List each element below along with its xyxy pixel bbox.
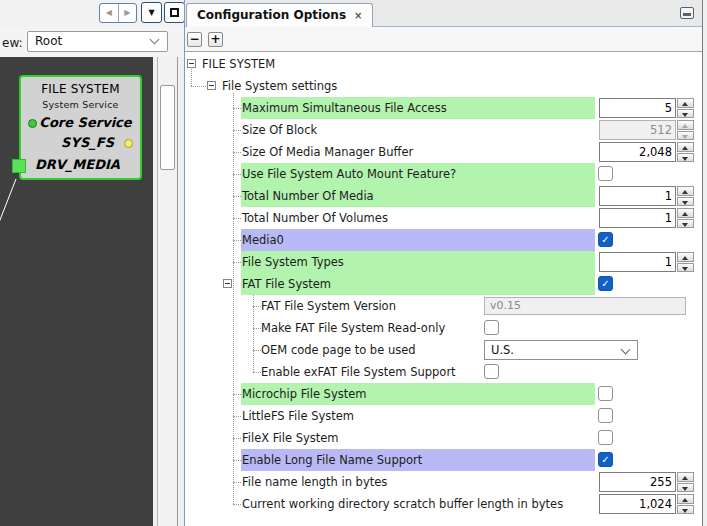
tree-row-label: Make FAT File System Read-only	[261, 317, 445, 339]
tree-row: LittleFS File System	[185, 405, 702, 427]
spinner-down-button[interactable]	[677, 263, 694, 273]
spinner-down-button[interactable]	[677, 153, 694, 163]
select-dropdown[interactable]: U.S.	[484, 340, 638, 360]
tab-configuration-options[interactable]: Configuration Options×	[186, 3, 373, 27]
tree-connector-line	[233, 460, 241, 461]
spinner-down-button[interactable]	[677, 219, 694, 229]
spinner-control: 255	[599, 472, 694, 492]
spinner-up-button[interactable]	[677, 120, 694, 130]
view-dropdown[interactable]: Root	[27, 31, 168, 52]
tree-row: Media0✓	[185, 229, 702, 251]
spinner-down-button[interactable]	[677, 483, 694, 493]
checkbox[interactable]	[484, 320, 499, 335]
sys-fs-port-icon[interactable]	[124, 139, 133, 148]
scrollbar-thumb[interactable]	[160, 85, 175, 170]
checkbox[interactable]: ✓	[598, 452, 613, 467]
tree-row-label: Enable exFAT File System Support	[261, 361, 456, 383]
spinner-control: 5	[599, 98, 694, 118]
spinner-up-button[interactable]	[677, 186, 694, 196]
spinner-input[interactable]: 512	[599, 120, 676, 140]
spinner-input[interactable]: 255	[599, 472, 676, 492]
spinner-up-button[interactable]	[677, 142, 694, 152]
spinner-buttons	[677, 98, 694, 118]
forward-arrow-icon[interactable]: ▶	[118, 4, 137, 22]
spinner-up-button[interactable]	[677, 98, 694, 108]
spinner-buttons	[677, 120, 694, 140]
checkbox[interactable]	[598, 386, 613, 401]
row-highlight	[241, 229, 595, 251]
spinner-down-button[interactable]	[677, 505, 694, 515]
spinner-up-button[interactable]	[677, 252, 694, 262]
minimize-window-group-icon[interactable]	[680, 7, 694, 19]
collapse-all-button[interactable]: −	[187, 32, 202, 47]
spinner-input[interactable]: 1,024	[599, 494, 676, 514]
spinner-buttons	[677, 494, 694, 514]
tree-expander-icon[interactable]	[187, 59, 196, 68]
tree-row-label: FAT File System	[242, 273, 331, 295]
tree-connector-line	[253, 328, 261, 329]
view-label: ew:	[2, 36, 23, 50]
spinner-input[interactable]: 1	[599, 186, 676, 206]
drv-media-label: DRV_MEDIA	[35, 157, 120, 172]
tree-row: Total Number Of Media1	[185, 185, 702, 207]
spinner-down-button[interactable]	[677, 197, 694, 207]
checkbox[interactable]	[598, 166, 613, 181]
spinner-down-button[interactable]	[677, 131, 694, 141]
history-nav-buttons[interactable]: ◀ ▶	[99, 3, 137, 23]
checkbox[interactable]	[598, 430, 613, 445]
tree-row-label: LittleFS File System	[242, 405, 354, 427]
node-title: FILE SYSTEM	[21, 82, 140, 96]
configuration-options-panel: Configuration Options× − + FILE SYSTEMFi…	[184, 0, 703, 526]
tree-row: FAT File System✓	[185, 273, 702, 295]
checkbox[interactable]	[484, 364, 499, 379]
tree-connector-line	[253, 372, 261, 373]
tree-row: Size Of Block512	[185, 119, 702, 141]
spinner-input[interactable]: 2,048	[599, 142, 676, 162]
tree-connector-line	[233, 174, 241, 175]
text-field[interactable]: v0.15	[484, 297, 686, 315]
tree-connector-line	[233, 130, 241, 131]
spinner-up-button[interactable]	[677, 208, 694, 218]
tree-row: OEM code page to be usedU.S.	[185, 339, 702, 361]
checkbox[interactable]	[598, 408, 613, 423]
tree-row-label: FILE SYSTEM	[202, 53, 275, 75]
tree-connector-line	[233, 196, 241, 197]
dropdown-menu-button[interactable]: ▼	[141, 2, 162, 23]
tree-row-label: Maximum Simultaneous File Access	[242, 97, 447, 119]
spinner-up-button[interactable]	[677, 494, 694, 504]
minimize-bar-icon	[683, 13, 691, 16]
tree-connector-line	[233, 218, 241, 219]
tree-row-label: Size Of Block	[242, 119, 317, 141]
drv-media-port-icon[interactable]	[12, 159, 26, 173]
view-dropdown-value: Root	[35, 34, 62, 48]
tab-close-icon[interactable]: ×	[354, 10, 362, 21]
tab-bar: Configuration Options×	[185, 0, 702, 27]
tree-row: Enable exFAT File System Support	[185, 361, 702, 383]
tab-title: Configuration Options	[197, 8, 346, 22]
spinner-up-button[interactable]	[677, 472, 694, 482]
checkbox[interactable]: ✓	[598, 276, 613, 291]
chevron-down-icon	[150, 35, 160, 45]
checkbox[interactable]: ✓	[598, 232, 613, 247]
tree-expander-icon[interactable]	[207, 81, 216, 90]
file-system-node[interactable]: FILE SYSTEM System Service Core Service …	[19, 75, 142, 180]
tree-expander-icon[interactable]	[223, 279, 232, 288]
spinner-input[interactable]: 1	[599, 208, 676, 228]
tree-row-label: FAT File System Version	[261, 295, 396, 317]
back-arrow-icon[interactable]: ◀	[100, 4, 118, 22]
diagram-vertical-scrollbar[interactable]	[157, 57, 178, 526]
spinner-input[interactable]: 5	[599, 98, 676, 118]
tree-row-label: Use File System Auto Mount Feature?	[242, 163, 456, 185]
sys-fs-label: SYS_FS	[21, 135, 114, 150]
spinner-down-button[interactable]	[677, 109, 694, 119]
tree-row-label: File System settings	[222, 75, 337, 97]
expand-all-button[interactable]: +	[208, 32, 223, 47]
tree-connector-line	[233, 152, 241, 153]
tree-row: Total Number Of Volumes1	[185, 207, 702, 229]
tree-row: File name length in bytes255	[185, 471, 702, 493]
spinner-control: 1	[599, 208, 694, 228]
diagram-canvas[interactable]: FILE SYSTEM System Service Core Service …	[0, 57, 153, 526]
spinner-input[interactable]: 1	[599, 252, 676, 272]
maximize-button[interactable]	[164, 2, 185, 23]
tree-row-label: Total Number Of Media	[242, 185, 374, 207]
